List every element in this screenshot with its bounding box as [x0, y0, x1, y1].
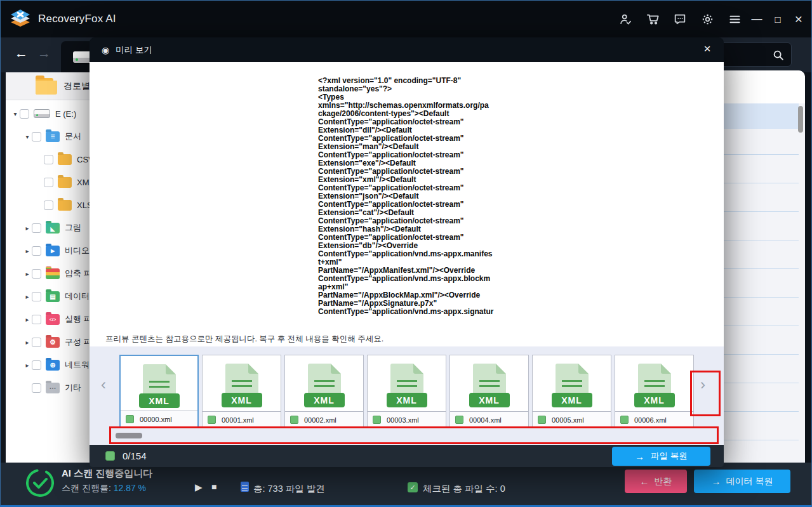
- tree-checkbox[interactable]: [32, 132, 41, 142]
- app-logo-icon: [9, 9, 32, 29]
- tree-item[interactable]: E (E:): [11, 102, 76, 125]
- tree-checkbox[interactable]: [32, 338, 41, 347]
- tree-item[interactable]: XML: [35, 171, 90, 194]
- chat-icon[interactable]: [673, 12, 687, 26]
- tree-checkbox[interactable]: [44, 155, 53, 164]
- sidebar: 경로별 E (E:) 문서 CSV XML XLS 그림: [1, 72, 90, 463]
- file-thumbnail[interactable]: XML 00006.xml: [615, 355, 694, 428]
- file-recover-button[interactable]: → 파일 복원: [612, 447, 710, 466]
- expand-arrow-icon[interactable]: [23, 225, 32, 232]
- tree-checkbox[interactable]: [32, 315, 41, 324]
- tree-item-label: E (E:): [55, 109, 76, 119]
- user-check-icon[interactable]: [618, 12, 632, 26]
- thumbnail-filename: 00001.xml: [222, 416, 254, 424]
- tree-checkbox[interactable]: [32, 246, 41, 256]
- expand-arrow-icon[interactable]: [23, 247, 32, 254]
- thumbnail-checkbox[interactable]: [126, 415, 134, 423]
- gear-icon[interactable]: [700, 12, 714, 26]
- file-thumbnail[interactable]: XML 00000.xml: [119, 355, 199, 428]
- expand-arrow-icon[interactable]: [23, 339, 32, 346]
- selected-row[interactable]: [724, 103, 799, 129]
- menu-icon[interactable]: [728, 12, 742, 26]
- file-thumbnail[interactable]: XML 00002.xml: [284, 355, 364, 428]
- preview-text: <?xml version="1.0" encoding="UTF-8"stan…: [318, 77, 509, 316]
- thumbnail-name-row: 00005.xml: [533, 411, 611, 428]
- tree-item[interactable]: 그림: [23, 216, 81, 239]
- stop-scan-button[interactable]: ■: [211, 482, 216, 492]
- tree-item[interactable]: 데이터: [23, 285, 90, 308]
- tree-item[interactable]: CSV: [35, 148, 90, 171]
- return-button[interactable]: ← 반환: [625, 470, 687, 493]
- tree-item[interactable]: 문서: [23, 125, 81, 148]
- preview-modal-footer: 0/154 → 파일 복원: [90, 445, 724, 467]
- tree-item-label: 압축 파일: [65, 268, 90, 279]
- resume-scan-button[interactable]: ▶: [195, 482, 203, 493]
- thumbnail-checkbox[interactable]: [455, 416, 463, 424]
- tree-checkbox[interactable]: [32, 292, 41, 301]
- tree-checkbox[interactable]: [20, 109, 29, 119]
- status-bar: AI 스캔 진행중입니다 스캔 진행률: 12.87 % ▶ ■ 총: 733 …: [1, 463, 812, 506]
- back-button[interactable]: ←: [15, 46, 28, 61]
- xml-badge: XML: [387, 393, 427, 407]
- checked-files-label: 체크된 총 파일 수: 0: [423, 483, 505, 495]
- thumbnail-checkbox[interactable]: [538, 416, 546, 424]
- thumbnail-checkbox[interactable]: [620, 416, 629, 424]
- tree-checkbox[interactable]: [32, 223, 41, 233]
- tree-item[interactable]: 비디오: [23, 239, 90, 262]
- tree-item-label: CSV: [77, 155, 90, 164]
- tab-by-path[interactable]: 경로별: [6, 72, 90, 100]
- tree-item-icon: [58, 177, 72, 188]
- tree-checkbox[interactable]: [44, 178, 53, 187]
- tree-item-label: 데이터: [65, 291, 90, 302]
- maximize-button[interactable]: □: [771, 14, 784, 25]
- expand-arrow-icon[interactable]: [11, 110, 20, 117]
- thumbnail-filename: 00006.xml: [634, 416, 667, 424]
- tree-item[interactable]: 압축 파일: [23, 262, 90, 285]
- data-recover-button-label: 데이터 복원: [726, 476, 773, 487]
- tree-item[interactable]: XLS: [35, 194, 90, 216]
- file-thumbnail[interactable]: XML 00001.xml: [202, 355, 281, 428]
- tree-item-icon: [34, 109, 50, 118]
- thumbnail-filename: 00005.xml: [552, 416, 584, 424]
- thumbnail-filename: 00003.xml: [387, 416, 419, 424]
- close-button[interactable]: ×: [792, 11, 805, 27]
- tree-item-label: 네트워크: [65, 359, 90, 371]
- tree-item[interactable]: 네트워크: [23, 353, 90, 376]
- modal-close-button[interactable]: ×: [700, 42, 715, 56]
- file-thumbnail[interactable]: XML 00005.xml: [532, 355, 611, 428]
- thumbnail-checkbox[interactable]: [373, 416, 381, 424]
- minimize-button[interactable]: —: [750, 13, 763, 25]
- expand-arrow-icon[interactable]: [23, 293, 32, 300]
- thumbnail-checkbox[interactable]: [208, 416, 216, 424]
- tree-checkbox[interactable]: [32, 269, 41, 279]
- file-thumbnail[interactable]: XML 00003.xml: [367, 355, 446, 428]
- thumbnail-checkbox[interactable]: [290, 416, 298, 424]
- tree-item-label: 그림: [65, 222, 81, 234]
- tree-checkbox[interactable]: [32, 383, 41, 393]
- return-button-label: 반환: [655, 476, 672, 487]
- select-all-checkbox[interactable]: [105, 451, 115, 461]
- xml-file-icon: XML: [203, 355, 281, 411]
- xml-file-icon: XML: [615, 355, 693, 411]
- preview-modal-title: 미리 보기: [116, 44, 152, 56]
- tree-item-label: 비디오: [65, 245, 90, 256]
- tree-checkbox[interactable]: [44, 201, 53, 210]
- forward-button[interactable]: →: [37, 46, 51, 61]
- expand-arrow-icon[interactable]: [23, 362, 32, 369]
- tree-item[interactable]: </> 실행 파일: [23, 308, 90, 331]
- tree-item[interactable]: 구성 파일: [23, 331, 90, 353]
- cart-icon[interactable]: [646, 12, 660, 26]
- thumbnail-name-row: 00003.xml: [368, 411, 446, 428]
- app-title: RecoveryFox AI: [38, 13, 116, 25]
- app-window: RecoveryFox AI: [0, 0, 812, 507]
- expand-arrow-icon[interactable]: [23, 316, 32, 323]
- list-scrollbar[interactable]: [798, 106, 803, 133]
- file-thumbnail[interactable]: XML 00004.xml: [449, 355, 529, 428]
- tree-checkbox[interactable]: [32, 360, 41, 370]
- data-recover-button[interactable]: → 데이터 복원: [694, 470, 790, 493]
- strip-prev-button[interactable]: ‹: [101, 376, 106, 393]
- tree-item[interactable]: 기타: [23, 376, 81, 399]
- expand-arrow-icon[interactable]: [23, 270, 32, 277]
- folder-icon: [36, 78, 53, 95]
- expand-arrow-icon[interactable]: [23, 133, 32, 140]
